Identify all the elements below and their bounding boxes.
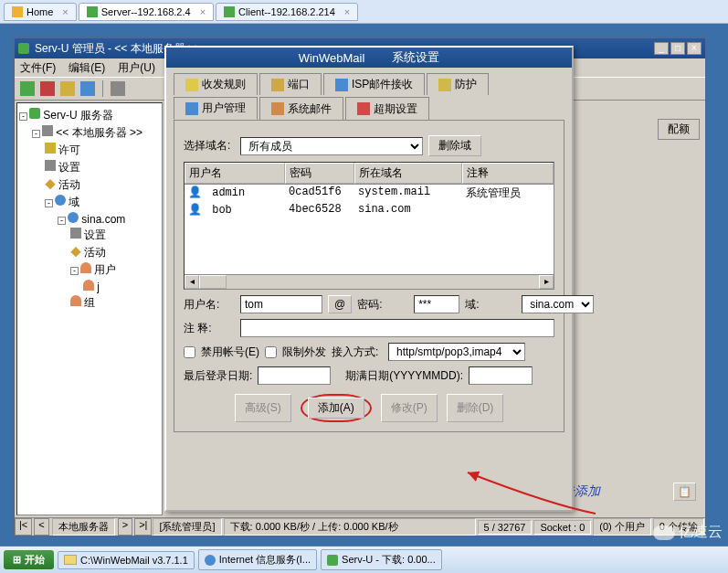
expire-input[interactable] (469, 366, 533, 385)
col-username[interactable]: 用户名 (185, 163, 285, 184)
toolbar-icon[interactable] (20, 81, 35, 96)
statusbar: |< < 本地服务器 > >| [系统管理员] 下载: 0.000 KB/秒 /… (15, 517, 705, 536)
home-icon (12, 6, 23, 17)
user-icon (80, 262, 91, 273)
mail-icon (185, 79, 198, 91)
tab-expire[interactable]: 超期设置 (345, 97, 429, 120)
folder-icon (64, 555, 77, 565)
lastlogin-input[interactable] (258, 366, 331, 385)
status-count: 5 / 32767 (478, 520, 533, 535)
note-label: 注 释: (184, 321, 235, 336)
scroll-right-icon[interactable]: ▸ (539, 275, 554, 289)
tab-user-mgmt[interactable]: 用户管理 (174, 97, 258, 120)
table-row[interactable]: 👤 bob 4bec6528 sina.com (185, 202, 554, 218)
toolbar-icon[interactable] (111, 81, 125, 96)
windows-icon: ⊞ (13, 554, 21, 566)
browser-tab-home[interactable]: Home × (4, 3, 77, 21)
server-tree[interactable]: - Serv-U 服务器 - << 本地服务器 >> 许可 设置 ◆ 活动 - … (16, 102, 163, 515)
maximize-button[interactable]: □ (670, 42, 685, 55)
tree-user-j[interactable]: j (97, 281, 100, 293)
servu-icon (29, 108, 40, 119)
add-button[interactable]: 添加(A) (308, 398, 364, 419)
password-input[interactable] (414, 295, 459, 313)
disable-account-checkbox[interactable] (184, 346, 195, 358)
table-row[interactable]: 👤 admin 0cad51f6 system.mail 系统管理员 (185, 185, 554, 202)
minimize-button[interactable]: _ (654, 42, 669, 55)
tree-local-server[interactable]: << 本地服务器 >> (56, 126, 142, 139)
tab-isp[interactable]: ISP邮件接收 (323, 73, 425, 95)
delete-domain-button[interactable]: 删除域 (428, 135, 481, 156)
menu-user[interactable]: 用户(U) (118, 60, 155, 76)
taskbar-item[interactable]: Internet 信息服务(I... (198, 549, 317, 570)
limit-send-checkbox[interactable] (265, 346, 277, 358)
menu-edit[interactable]: 编辑(E) (69, 60, 105, 76)
delete-button[interactable]: 删除(D) (447, 394, 504, 422)
tree-domain-settings[interactable]: 设置 (84, 228, 106, 241)
domain-dropdown[interactable]: sina.com (522, 295, 594, 313)
tab-label: Server--192.168.2.4 (101, 6, 191, 17)
col-domain[interactable]: 所在域名 (354, 163, 462, 184)
user-icon (83, 280, 94, 291)
status-socket: Socket : 0 (533, 520, 591, 535)
username-label: 用户名: (184, 297, 235, 313)
user-grid[interactable]: 用户名 密码 所在域名 注释 👤 admin 0cad51f6 system.m… (184, 162, 554, 290)
app-icon (224, 6, 235, 17)
tab-label: Home (26, 6, 53, 17)
status-users: (0) 个用户 (593, 518, 651, 536)
browser-tab-client[interactable]: Client--192.168.2.214 × (216, 3, 358, 21)
dialog-app-name: WinWebMail (299, 51, 365, 65)
clock-icon (357, 102, 370, 115)
tree-domain-activity[interactable]: 活动 (84, 246, 106, 259)
modify-button[interactable]: 修改(P) (381, 394, 438, 422)
dialog-section-name: 系统设置 (392, 49, 439, 66)
servu-icon (18, 43, 29, 54)
copy-icon[interactable]: 📋 (673, 483, 696, 501)
start-button[interactable]: ⊞ 开始 (4, 550, 54, 569)
tree-activity[interactable]: 活动 (58, 178, 80, 191)
taskbar-item[interactable]: C:\WinWebMail v3.7.1.1 (58, 551, 195, 569)
tree-domains[interactable]: 域 (69, 196, 79, 208)
toolbar-icon[interactable] (60, 81, 75, 96)
grid-scrollbar[interactable]: ◂ ▸ (185, 274, 554, 289)
close-icon[interactable]: × (200, 6, 206, 17)
tree-domain-groups[interactable]: 组 (84, 296, 95, 309)
col-password[interactable]: 密码 (285, 163, 354, 184)
tab-quota[interactable]: 配额 (658, 119, 700, 140)
menu-file[interactable]: 文件(F) (20, 60, 56, 76)
close-button[interactable]: × (687, 42, 702, 55)
tab-protect[interactable]: 防护 (427, 73, 489, 95)
nav-prev[interactable]: < (34, 518, 48, 536)
tree-permit[interactable]: 许可 (58, 143, 80, 156)
expire-label: 期满日期(YYYYMMDD): (345, 368, 463, 384)
tree-settings[interactable]: 设置 (58, 161, 80, 174)
status-admin: [系统管理员] (153, 518, 221, 536)
taskbar-item[interactable]: Serv-U - 下载: 0.00... (321, 549, 442, 570)
tab-port[interactable]: 端口 (259, 73, 322, 95)
advanced-button[interactable]: 高级(S) (235, 394, 291, 422)
nav-first[interactable]: |< (15, 518, 32, 536)
at-button[interactable]: @ (328, 295, 352, 313)
lastlogin-label: 最后登录日期: (184, 368, 252, 384)
tree-domain-users[interactable]: 用户 (94, 263, 116, 276)
nav-next[interactable]: > (118, 518, 132, 536)
tab-sys-mail[interactable]: 系统邮件 (259, 97, 343, 120)
toolbar-delete-icon[interactable] (40, 81, 55, 96)
tree-root[interactable]: Serv-U 服务器 (43, 109, 113, 122)
username-input[interactable] (240, 295, 322, 313)
gear-icon (45, 160, 56, 171)
close-icon[interactable]: × (344, 6, 350, 17)
note-input[interactable] (240, 319, 554, 337)
nav-last[interactable]: >| (134, 518, 152, 536)
connection-dropdown[interactable]: http/smtp/pop3,imap4 (388, 343, 525, 361)
tab-label: Client--192.168.2.214 (238, 6, 335, 17)
close-icon[interactable]: × (62, 6, 68, 17)
col-note[interactable]: 注释 (462, 163, 554, 184)
browser-tab-server[interactable]: Server--192.168.2.4 × (79, 3, 214, 21)
disable-account-label: 禁用帐号(E) (201, 345, 259, 360)
select-domain-dropdown[interactable]: 所有成员 (240, 137, 423, 155)
scroll-thumb[interactable] (199, 275, 227, 289)
tab-rules[interactable]: 收发规则 (174, 73, 258, 95)
scroll-left-icon[interactable]: ◂ (185, 275, 199, 289)
tree-domain-sina[interactable]: sina.com (81, 213, 125, 226)
toolbar-icon[interactable] (80, 81, 95, 96)
